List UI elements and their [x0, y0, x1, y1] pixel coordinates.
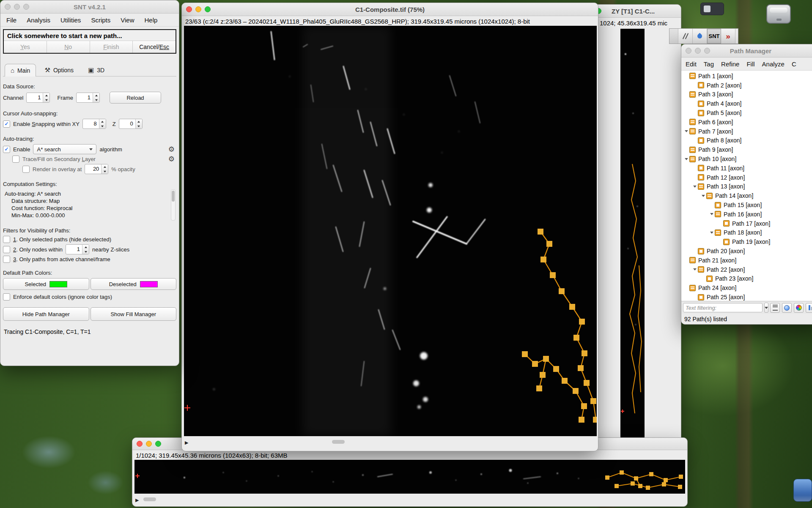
h-scrollbar-thumb[interactable] — [143, 497, 156, 501]
tree-row[interactable]: Path 3 [axon] — [681, 90, 812, 99]
minimize-button[interactable] — [14, 4, 20, 10]
spinner-down-icon[interactable] — [43, 98, 49, 102]
tree-row[interactable]: Path 15 [axon] — [681, 200, 812, 210]
tree-row[interactable]: Path 8 [axon] — [681, 136, 812, 145]
menu-item-view[interactable]: View — [121, 16, 134, 24]
filter-dropdown-button[interactable] — [764, 303, 768, 313]
tree-row[interactable]: Path 2 [axon] — [681, 81, 812, 90]
prompt-button-no[interactable]: No — [47, 41, 90, 53]
h-scrollbar-thumb[interactable] — [332, 440, 345, 444]
tree-row[interactable]: Path 7 [axon] — [681, 127, 812, 136]
scrollbar[interactable] — [171, 189, 176, 221]
close-button[interactable] — [5, 4, 11, 10]
menu-item-utilities[interactable]: Utilities — [60, 16, 81, 24]
minimize-button[interactable] — [195, 6, 201, 12]
pm-menu-item-analyze[interactable]: Analyze — [762, 60, 785, 68]
toolbar-partial-cell[interactable] — [669, 29, 678, 44]
prompt-button-finish[interactable]: Finish — [90, 41, 133, 53]
minimize-button[interactable] — [146, 441, 152, 447]
text-filter-input[interactable] — [683, 303, 763, 312]
pm-menu-item-edit[interactable]: Edit — [686, 60, 697, 68]
chevron-down-icon[interactable] — [683, 158, 689, 160]
filter-wheel-icon[interactable] — [794, 303, 804, 313]
close-button[interactable] — [137, 441, 143, 447]
menu-item-scripts[interactable]: Scripts — [91, 16, 110, 24]
snap-xy-spinner[interactable]: 8 — [82, 119, 106, 129]
filter1-checkbox[interactable] — [3, 236, 10, 243]
tree-row[interactable]: Path 17 [axon] — [681, 219, 812, 228]
zoom-button[interactable] — [704, 48, 710, 54]
zoom-button[interactable] — [155, 441, 161, 447]
chevron-down-icon[interactable] — [683, 130, 689, 132]
reload-button[interactable]: Reload — [110, 92, 161, 104]
snt-titlebar[interactable]: SNT v4.2.1 — [0, 0, 179, 14]
minimize-button[interactable] — [695, 48, 701, 54]
tree-row[interactable]: Path 14 [axon] — [681, 191, 812, 200]
chevron-down-icon[interactable] — [708, 213, 715, 215]
play-button[interactable]: ▶ — [182, 440, 188, 445]
chevron-down-icon[interactable] — [708, 232, 715, 234]
snap-z-spinner[interactable]: 0 — [119, 119, 143, 129]
secondary-gear-icon[interactable]: ⚙ — [168, 156, 175, 163]
filter-bulb-icon[interactable] — [782, 303, 792, 313]
shared-users-icon[interactable] — [793, 479, 812, 502]
tree-row[interactable]: Path 19 [axon] — [681, 237, 812, 246]
zoom-button[interactable] — [205, 6, 211, 12]
chevron-down-icon[interactable] — [691, 186, 698, 188]
close-button[interactable] — [186, 6, 192, 12]
spinner-up-icon[interactable] — [43, 93, 49, 98]
close-button[interactable] — [686, 48, 691, 54]
xy-titlebar[interactable]: C1-Composite.tif (75%) — [182, 3, 598, 16]
play-button[interactable]: ▶ — [132, 498, 139, 503]
xy-canvas[interactable] — [184, 26, 596, 436]
spinner-down-icon[interactable] — [102, 169, 108, 174]
tree-row[interactable]: Path 11 [axon] — [681, 164, 812, 173]
snt-tool-button[interactable]: SNT — [707, 29, 721, 44]
tree-row[interactable]: Path 4 [axon] — [681, 99, 812, 108]
spinner-up-icon[interactable] — [102, 164, 108, 169]
tree-row[interactable]: Path 20 [axon] — [681, 246, 812, 256]
show-fill-manager-button[interactable]: Show Fill Manager — [91, 307, 177, 321]
spinner-down-icon[interactable] — [99, 124, 106, 128]
menu-item-help[interactable]: Help — [144, 16, 157, 24]
tree-row[interactable]: Path 13 [axon] — [681, 182, 812, 191]
overlay-checkbox[interactable] — [22, 166, 30, 173]
menu-item-file[interactable]: File — [6, 16, 16, 24]
tree-row[interactable]: Path 10 [axon] — [681, 154, 812, 164]
spinner-up-icon[interactable] — [136, 119, 142, 124]
dropper-tool-button[interactable] — [693, 29, 707, 44]
pm-menu-item-fill[interactable]: Fill — [746, 60, 754, 68]
hide-path-manager-button[interactable]: Hide Path Manager — [3, 307, 89, 321]
tree-row[interactable]: Path 24 [axon] — [681, 283, 812, 292]
prompt-button-cancel-esc[interactable]: Cancel/Esc — [133, 41, 176, 53]
overlay-spinner[interactable]: 20 — [85, 164, 108, 174]
snapping-checkbox[interactable] — [3, 120, 10, 128]
tracing-gear-icon[interactable]: ⚙ — [168, 146, 175, 153]
zslice-spinner[interactable]: 1 — [66, 244, 89, 254]
tree-row[interactable]: Path 9 [axon] — [681, 145, 812, 154]
tree-row[interactable]: Path 16 [axon] — [681, 210, 812, 219]
tab-options[interactable]: ⚒ Options — [38, 63, 80, 76]
spinner-up-icon[interactable] — [93, 93, 99, 98]
filter3-checkbox[interactable] — [3, 256, 10, 263]
pm-menu-item-refine[interactable]: Refine — [721, 60, 739, 68]
spinner-up-icon[interactable] — [82, 245, 89, 249]
tree-row[interactable]: Path 1 [axon] — [681, 71, 812, 81]
tree-row[interactable]: Path 25 [axon] — [681, 292, 812, 301]
tree-row[interactable]: Path 22 [axon] — [681, 265, 812, 274]
pm-titlebar[interactable]: Path Manager — [681, 44, 812, 57]
tab-main[interactable]: ⌂ Main — [5, 64, 36, 76]
xz-canvas[interactable] — [134, 460, 685, 494]
spinner-down-icon[interactable] — [82, 249, 89, 254]
prompt-button-yes[interactable]: Yes — [4, 41, 47, 53]
algorithm-select[interactable]: A* search — [33, 144, 96, 154]
selected-color-button[interactable]: Selected — [3, 278, 89, 290]
line-tool-button[interactable] — [678, 29, 693, 44]
channel-spinner[interactable]: 1 — [26, 93, 50, 103]
tree-row[interactable]: Path 12 [axon] — [681, 173, 812, 182]
hard-drive-icon[interactable] — [766, 4, 791, 24]
zy-canvas[interactable] — [620, 29, 645, 439]
scrollbar-thumb[interactable] — [172, 191, 175, 202]
spinner-down-icon[interactable] — [93, 98, 99, 102]
filter2-checkbox[interactable] — [3, 246, 10, 253]
